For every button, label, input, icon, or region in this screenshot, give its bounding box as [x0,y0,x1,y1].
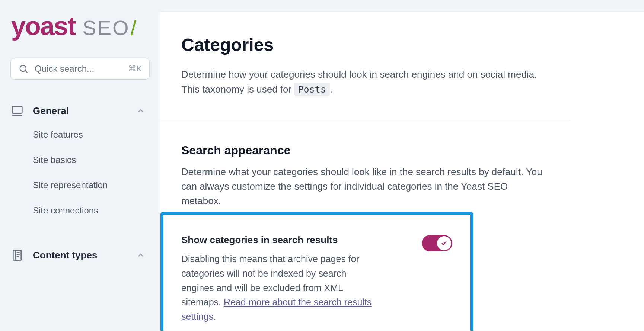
nav-group-label: General [33,105,127,117]
chevron-up-icon [136,106,145,115]
document-icon [11,249,23,261]
sidebar: yoast SEO/ Quick search... ⌘K General Si… [0,0,160,331]
setting-title: Show categories in search results [181,234,377,246]
nav-group-content-types[interactable]: Content types [10,244,150,266]
svg-rect-2 [12,106,22,113]
nav-group-label: Content types [33,250,127,261]
toggle-knob [437,236,451,250]
show-categories-toggle[interactable] [422,235,452,251]
search-shortcut: ⌘K [128,64,142,74]
nav-item-site-basics[interactable]: Site basics [10,147,150,173]
logo-slash-icon: / [131,16,137,39]
taxonomy-code: Posts [294,83,329,96]
search-placeholder: Quick search... [35,64,128,74]
logo-main: yoast [11,12,76,41]
page-description: Determine how your categories should loo… [181,67,549,97]
monitor-icon [11,105,23,117]
nav-item-site-connections[interactable]: Site connections [10,198,150,223]
search-appearance-desc: Determine what your categories should lo… [181,165,549,208]
search-input[interactable]: Quick search... ⌘K [10,58,150,80]
check-icon [441,240,447,247]
chevron-up-icon [136,251,145,260]
nav-group-general[interactable]: General [10,100,150,122]
setting-highlight-box: Show categories in search results Disabl… [160,212,473,331]
nav-item-site-features[interactable]: Site features [10,122,150,147]
svg-line-1 [25,71,27,73]
logo-sub: SEO [82,16,130,39]
search-icon [18,64,29,74]
nav-item-site-representation[interactable]: Site representation [10,173,150,198]
setting-description: Disabling this means that archive pages … [181,252,377,324]
search-appearance-heading: Search appearance [181,144,549,157]
search-appearance-section: Search appearance Determine what your ca… [160,120,570,331]
logo: yoast SEO/ [10,11,150,41]
main-panel: Categories Determine how your categories… [160,11,644,331]
page-title: Categories [181,35,549,55]
page-header-section: Categories Determine how your categories… [160,12,570,120]
svg-point-0 [20,65,26,71]
